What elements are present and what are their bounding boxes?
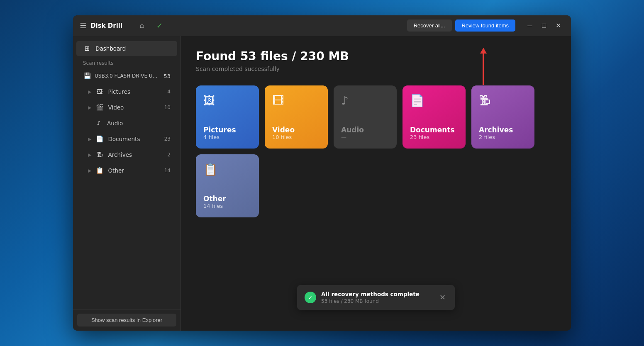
usb-drive-icon: 💾 [83,72,91,80]
maximize-button[interactable]: □ [538,19,550,32]
hamburger-icon[interactable]: ☰ [80,21,86,30]
card-other[interactable]: 📋 Other 14 files [196,154,259,217]
audio-label: Audio [107,120,123,127]
card-audio[interactable]: ♪ Audio — [334,85,397,149]
video-icon: 🎬 [95,103,104,112]
pictures-card-icon: 🖼 [203,94,251,107]
card-pictures[interactable]: 🖼 Pictures 4 files [196,85,259,149]
arrow-up-icon [483,52,484,85]
documents-card-bottom: Documents 23 files [410,126,458,140]
video-label: Video [108,104,124,111]
other-chevron-icon: ▶ [88,168,91,173]
sidebar-item-audio[interactable]: ♪ Audio [76,116,177,131]
card-documents[interactable]: 📄 Documents 23 files [402,85,466,149]
other-card-name: Other [203,195,251,203]
other-label: Other [108,167,124,174]
video-card-count: 10 files [272,134,320,140]
documents-card-icon: 📄 [410,94,458,107]
sidebar-dashboard-label: Dashboard [95,45,126,52]
archives-icon: 🗜 [95,151,104,159]
other-count: 14 [164,168,171,173]
archives-chevron-icon: ▶ [88,152,91,158]
sidebar-item-archives[interactable]: ▶ 🗜 Archives 2 [76,147,177,162]
sidebar-item-documents[interactable]: ▶ 📄 Documents 23 [76,132,177,146]
documents-count: 23 [164,136,171,142]
toast-close-button[interactable]: ✕ [438,293,447,302]
audio-card-name: Audio [341,126,389,134]
arrow-indicator [483,52,484,85]
sidebar: ⊞ Dashboard Scan results 💾 USB3.0 FLASH … [73,36,181,331]
titlebar-nav: ⌂ ✓ [135,19,166,33]
pictures-card-name: Pictures [203,126,251,134]
device-count-badge: 53 [163,73,171,79]
sidebar-item-other[interactable]: ▶ 📋 Other 14 [76,163,177,178]
audio-card-count: — [341,134,389,140]
documents-icon: 📄 [95,135,104,143]
archives-count: 2 [167,152,171,158]
toast-notification: ✓ All recovery methods complete 53 files… [297,285,455,310]
close-button[interactable]: ✕ [552,19,564,32]
video-count: 10 [164,105,171,110]
main-title: Found 53 files / 230 MB [196,49,556,63]
audio-card-icon: ♪ [341,94,389,107]
video-card-icon: 🎞 [272,94,320,107]
pictures-count: 4 [167,89,171,95]
shield-icon-button[interactable]: ✓ [152,19,166,33]
pictures-card-count: 4 files [203,134,251,140]
sidebar-top: ⊞ Dashboard Scan results 💾 USB3.0 FLASH … [73,36,181,309]
card-archives[interactable]: 🗜 Archives 2 files [471,85,534,149]
sidebar-item-video[interactable]: ▶ 🎬 Video 10 [76,100,177,115]
body: ⊞ Dashboard Scan results 💾 USB3.0 FLASH … [73,36,571,331]
other-card-count: 14 files [203,203,251,209]
pictures-chevron-icon: ▶ [88,89,91,95]
sidebar-device-item[interactable]: 💾 USB3.0 FLASH DRIVE USB... 53 [76,68,177,83]
archives-label: Archives [108,151,132,158]
archives-card-bottom: Archives 2 files [479,126,527,140]
sidebar-item-pictures[interactable]: ▶ 🖼 Pictures 4 [76,84,177,99]
app-title: Disk Drill [90,22,122,29]
pictures-icon: 🖼 [95,88,104,96]
audio-icon: ♪ [95,119,103,127]
device-label: USB3.0 FLASH DRIVE USB... [95,73,160,79]
archives-card-icon: 🗜 [479,94,527,107]
toast-title: All recovery methods complete [321,291,433,297]
recover-all-button[interactable]: Recover all... [407,19,452,32]
app-window: ☰ Disk Drill ⌂ ✓ Recover all... Review f… [73,15,571,331]
archives-card-name: Archives [479,126,527,134]
documents-card-name: Documents [410,126,458,134]
video-chevron-icon: ▶ [88,105,91,110]
review-found-items-button[interactable]: Review found items [455,19,515,32]
pictures-label: Pictures [108,88,130,95]
documents-chevron-icon: ▶ [88,136,91,142]
sidebar-bottom: Show scan results in Explorer [73,309,181,331]
documents-label: Documents [108,136,140,142]
main-content: Found 53 files / 230 MB Scan completed s… [181,36,571,331]
file-cards-container: 🖼 Pictures 4 files 🎞 Video 10 files ♪ [196,85,556,217]
card-video[interactable]: 🎞 Video 10 files [265,85,328,149]
video-card-name: Video [272,126,320,134]
home-icon-button[interactable]: ⌂ [135,19,149,33]
titlebar-actions: Recover all... Review found items ─ □ ✕ [407,19,564,32]
dashboard-icon: ⊞ [83,44,91,53]
titlebar: ☰ Disk Drill ⌂ ✓ Recover all... Review f… [73,15,571,36]
toast-text: All recovery methods complete 53 files /… [321,291,433,304]
titlebar-left: ☰ Disk Drill ⌂ ✓ [80,19,166,33]
toast-check-icon: ✓ [305,292,316,303]
audio-card-bottom: Audio — [341,126,389,140]
toast-subtitle: 53 files / 230 MB found [321,298,433,304]
window-controls: ─ □ ✕ [524,19,564,32]
main-subtitle: Scan completed successfully [196,66,556,72]
other-card-bottom: Other 14 files [203,195,251,209]
documents-card-count: 23 files [410,134,458,140]
other-card-icon: 📋 [203,163,251,176]
archives-card-count: 2 files [479,134,527,140]
video-card-bottom: Video 10 files [272,126,320,140]
sidebar-item-dashboard[interactable]: ⊞ Dashboard [76,41,177,56]
sidebar-section-label: Scan results [73,57,181,68]
pictures-card-bottom: Pictures 4 files [203,126,251,140]
other-icon: 📋 [95,166,104,175]
show-scan-results-button[interactable]: Show scan results in Explorer [77,314,176,327]
minimize-button[interactable]: ─ [524,19,536,32]
